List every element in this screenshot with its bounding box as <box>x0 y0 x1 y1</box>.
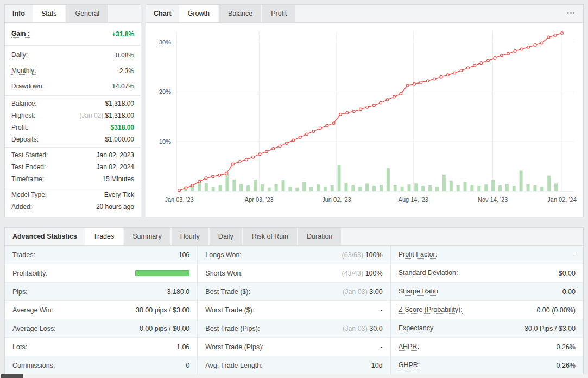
data-point-marker <box>292 139 295 142</box>
data-point-marker <box>265 150 268 153</box>
stats-row: Expectancy30.0 Pips / $3.00 <box>391 319 583 338</box>
stats-row: Longs Won:(63/63) 100% <box>198 246 390 264</box>
stat-label[interactable]: Monthly: <box>11 67 36 75</box>
tab-summary[interactable]: Summary <box>124 228 170 245</box>
info-row: Drawdown:14.07% <box>5 79 141 94</box>
stats-row: Trades:106 <box>5 246 197 264</box>
stat-label[interactable]: Z-Score (Probability): <box>399 306 463 314</box>
data-point-marker <box>480 62 483 65</box>
chart-panel-title: Chart <box>146 5 179 22</box>
info-row: Test Ended:Jan 02, 2024 <box>5 161 141 173</box>
tab-stats[interactable]: Stats <box>33 5 66 22</box>
data-point-marker <box>258 153 261 156</box>
tab-hourly[interactable]: Hourly <box>172 228 208 245</box>
data-point-marker <box>212 175 214 178</box>
stat-label[interactable]: Profit Factor: <box>399 251 438 259</box>
gain-bar <box>484 184 488 191</box>
horizontal-scrollbar-thumb[interactable] <box>1 374 23 378</box>
data-point-marker <box>467 67 470 69</box>
tab-profit[interactable]: Profit <box>262 5 295 22</box>
stat-value: - <box>573 251 576 259</box>
gain-bar <box>407 184 410 191</box>
growth-chart[interactable]: 10%20%30%Jan 03, '23Apr 03, '23Jun 02, '… <box>148 25 580 208</box>
data-point-marker <box>514 50 516 53</box>
stat-label[interactable]: Sharpe Ratio <box>399 287 438 296</box>
data-point-marker <box>198 180 201 183</box>
stat-label: Worst Trade ($): <box>205 306 254 314</box>
stat-value: 20 hours ago <box>96 203 134 210</box>
stat-label[interactable]: GHPR: <box>399 361 420 369</box>
stat-label: Longs Won: <box>205 251 241 259</box>
gain-bar <box>212 187 215 191</box>
stats-table: Trades:106Profitability:Pips:3,180.0Aver… <box>5 246 583 375</box>
horizontal-scrollbar[interactable] <box>0 374 588 378</box>
y-axis-tick-label: 10% <box>159 138 171 145</box>
stats-row: Best Trade (Pips):(Jan 03) 30.0 <box>198 319 390 338</box>
stat-label: Highest: <box>11 112 35 119</box>
tab-daily[interactable]: Daily <box>210 228 242 245</box>
tab-balance[interactable]: Balance <box>219 5 261 22</box>
data-point-marker <box>494 57 496 60</box>
stat-label: Pips: <box>12 288 28 296</box>
stat-label: Drawdown: <box>11 82 44 90</box>
gain-bar <box>457 185 460 191</box>
stat-label[interactable]: Daily: <box>11 51 28 59</box>
gain-bar <box>219 185 222 191</box>
gain-bar <box>344 183 347 191</box>
tab-trades[interactable]: Trades <box>85 228 123 245</box>
gain-bar <box>317 184 320 191</box>
data-point-marker <box>205 177 207 180</box>
gain-bar <box>533 185 536 191</box>
tab-duration[interactable]: Duration <box>298 228 341 245</box>
info-row: Added:20 hours ago <box>5 201 141 213</box>
stat-label[interactable]: Expectancy <box>399 324 434 332</box>
stat-label: Profitability: <box>12 270 48 277</box>
stat-value: 0.08% <box>116 52 134 59</box>
stats-row: Profit Factor:- <box>391 246 583 264</box>
stats-row: AHPR:0.26% <box>391 338 583 356</box>
stat-label[interactable]: AHPR: <box>399 343 419 351</box>
stat-value: - <box>380 343 382 351</box>
tab-growth[interactable]: Growth <box>179 5 218 22</box>
info-row: Monthly:2.3% <box>5 63 141 79</box>
stat-label[interactable]: Gain : <box>11 30 30 38</box>
stat-value: $1,000.00 <box>105 136 134 143</box>
gain-bar <box>394 185 397 191</box>
gain-bar <box>491 180 495 191</box>
stats-row: Z-Score (Probability):0.00 (0.00%) <box>391 301 583 319</box>
stat-value: 0.26% <box>557 362 576 369</box>
gain-bar <box>295 188 299 191</box>
stats-row: Average Win:30.00 pips / $3.00 <box>5 301 197 319</box>
info-section-4: Model Type:Every TickAdded:20 hours ago <box>5 187 141 214</box>
stat-value-date: (Jan 03) <box>343 325 369 332</box>
stat-label[interactable]: Standard Deviation: <box>399 269 458 277</box>
x-axis-tick-label: Jan 03, '23 <box>165 196 193 203</box>
stat-value: Jan 02, 2024 <box>97 163 134 171</box>
stat-label: Profit: <box>11 124 28 131</box>
stat-label: Lots: <box>12 343 27 351</box>
stat-label: Balance: <box>11 100 37 107</box>
data-point-marker <box>473 64 476 67</box>
tab-general[interactable]: General <box>66 5 108 22</box>
data-point-marker <box>500 54 503 57</box>
tab-risk-of-ruin[interactable]: Risk of Ruin <box>243 228 297 245</box>
data-point-marker <box>507 52 510 55</box>
stat-value: Every Tick <box>104 191 134 198</box>
gain-bar <box>414 183 418 191</box>
chart-body: 10%20%30%Jan 03, '23Apr 03, '23Jun 02, '… <box>146 23 583 210</box>
data-point-marker <box>534 44 536 47</box>
info-row: Profit:$318.00 <box>5 121 141 133</box>
data-point-marker <box>453 72 456 74</box>
stats-row: Pips:3,180.0 <box>5 283 197 301</box>
stat-label: Commissions: <box>12 362 55 369</box>
data-point-marker <box>547 36 550 39</box>
stat-value-date: (43/43) <box>342 270 365 277</box>
stats-row: Average Loss:0.00 pips / $0.00 <box>5 319 197 338</box>
stat-value: 30.0 Pips / $3.00 <box>524 325 576 332</box>
info-panel-title: Info <box>5 5 33 22</box>
gain-bar <box>450 181 453 191</box>
gain-bar <box>338 165 341 191</box>
ellipsis-menu-icon[interactable]: ••• <box>567 10 576 16</box>
stat-label: Model Type: <box>11 191 47 198</box>
data-point-marker <box>413 82 416 85</box>
